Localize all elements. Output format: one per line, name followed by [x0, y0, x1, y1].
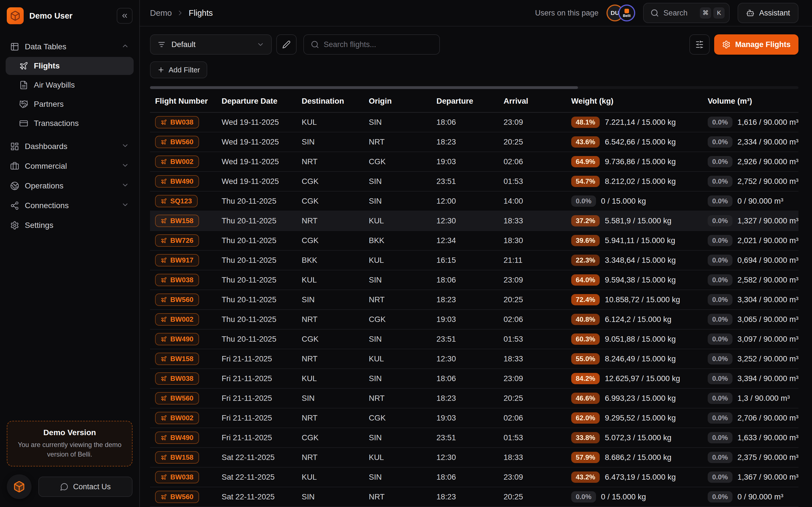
flight-number-badge[interactable]: BW490: [155, 432, 199, 444]
weight-value: 9.295,52 / 15.000 kg: [605, 413, 676, 422]
flight-number-badge[interactable]: BW158: [155, 451, 199, 464]
flight-number-badge[interactable]: BW038: [155, 471, 199, 483]
flight-number-badge[interactable]: BW158: [155, 215, 199, 227]
table-row[interactable]: BW726 Thu 20-11-2025 CGK BKK 12:34 18:30…: [150, 231, 799, 251]
flight-number-badge[interactable]: BW726: [155, 234, 199, 247]
volume-percent-badge: 0.0%: [708, 393, 732, 404]
column-header[interactable]: Volume (m³): [703, 97, 799, 106]
flight-number-badge[interactable]: BW002: [155, 412, 199, 424]
weight-value: 6.542,66 / 15.000 kg: [605, 137, 676, 147]
plane-icon: [161, 316, 167, 323]
flight-number: BW490: [170, 434, 193, 442]
sidebar-section-data-tables[interactable]: Data Tables: [6, 37, 134, 56]
flight-number-badge[interactable]: SQ123: [155, 195, 198, 207]
table-row[interactable]: BW038 Wed 19-11-2025 KUL SIN 18:06 23:09…: [150, 113, 799, 132]
flight-number-badge[interactable]: BW038: [155, 116, 199, 128]
horizontal-scrollbar[interactable]: [150, 86, 799, 89]
flight-number-badge[interactable]: BW917: [155, 254, 199, 267]
table-row[interactable]: BW490 Thu 20-11-2025 CGK SIN 23:51 01:53…: [150, 330, 799, 349]
flight-number-badge[interactable]: BW560: [155, 392, 199, 404]
app-logo-icon: [7, 7, 24, 24]
table-row[interactable]: BW002 Thu 20-11-2025 NRT CGK 19:03 02:06…: [150, 310, 799, 330]
flight-number-badge[interactable]: BW002: [155, 156, 199, 168]
table-settings-button[interactable]: [689, 34, 710, 55]
sidebar-item-flights[interactable]: Flights: [6, 57, 134, 75]
table-row[interactable]: BW560 Thu 20-11-2025 SIN NRT 18:23 20:25…: [150, 290, 799, 310]
volume-value: 0 / 90.000 m³: [738, 492, 783, 501]
plane-icon: [161, 297, 167, 303]
table-row[interactable]: BW158 Fri 21-11-2025 NRT KUL 12:30 18:33…: [150, 349, 799, 369]
arrival-time-cell: 18:33: [499, 354, 566, 363]
plane-icon: [161, 376, 167, 382]
origin-cell: SIN: [364, 196, 432, 206]
table-row[interactable]: BW917 Thu 20-11-2025 BKK KUL 16:15 21:11…: [150, 251, 799, 270]
table-row[interactable]: SQ123 Thu 20-11-2025 CGK SIN 12:00 14:00…: [150, 191, 799, 211]
weight-percent-badge: 0.0%: [571, 491, 596, 503]
contact-us-button[interactable]: Contact Us: [38, 476, 133, 497]
table-row[interactable]: BW038 Sat 22-11-2025 KUL SIN 18:06 23:09…: [150, 467, 799, 487]
flight-number-badge[interactable]: BW560: [155, 136, 199, 148]
flight-number-badge[interactable]: BW002: [155, 313, 199, 326]
column-header[interactable]: Flight Number: [150, 97, 216, 106]
table-row[interactable]: BW158 Thu 20-11-2025 NRT KUL 12:30 18:33…: [150, 211, 799, 231]
weight-percent-badge: 64.9%: [571, 156, 600, 167]
flight-number-badge[interactable]: BW038: [155, 274, 199, 286]
departure-time-cell: 16:15: [432, 256, 499, 265]
flight-number-badge[interactable]: BW490: [155, 175, 199, 187]
departure-date-cell: Fri 21-11-2025: [216, 394, 297, 403]
flights-search-field[interactable]: [303, 34, 440, 55]
horizontal-scrollbar-thumb[interactable]: [150, 86, 578, 89]
flight-number-badge[interactable]: BW560: [155, 293, 199, 306]
add-filter-button[interactable]: Add Filter: [150, 61, 207, 78]
sidebar-item-transactions[interactable]: Transactions: [6, 114, 134, 132]
manage-flights-button[interactable]: Manage Flights: [714, 34, 799, 55]
departure-date-cell: Wed 19-11-2025: [216, 118, 297, 127]
table-row[interactable]: BW560 Wed 19-11-2025 SIN NRT 18:23 20:25…: [150, 132, 799, 152]
origin-cell: KUL: [364, 453, 432, 462]
sidebar-item-air-waybills[interactable]: Air Waybills: [6, 76, 134, 94]
column-header[interactable]: Departure: [432, 97, 499, 106]
departure-time-cell: 12:30: [432, 354, 499, 363]
belli-widget-button[interactable]: [7, 474, 32, 499]
table-row[interactable]: BW490 Wed 19-11-2025 CGK SIN 23:51 01:53…: [150, 172, 799, 191]
table-row[interactable]: BW560 Sat 22-11-2025 SIN NRT 18:23 20:25…: [150, 487, 799, 507]
departure-date-cell: Fri 21-11-2025: [216, 354, 297, 363]
table-row[interactable]: BW002 Wed 19-11-2025 NRT CGK 19:03 02:06…: [150, 152, 799, 172]
global-search-button[interactable]: Search ⌘ K: [643, 3, 730, 23]
breadcrumb-root[interactable]: Demo: [150, 8, 172, 18]
column-header[interactable]: Weight (kg): [566, 97, 703, 106]
flight-number-badge[interactable]: BW490: [155, 333, 199, 345]
sidebar-section-settings[interactable]: Settings: [6, 216, 134, 235]
edit-view-button[interactable]: [276, 34, 297, 55]
flight-number-badge[interactable]: BW560: [155, 491, 199, 503]
destination-cell: CGK: [297, 177, 364, 186]
flight-number: BW038: [170, 276, 193, 284]
sidebar-section-commercial[interactable]: Commercial: [6, 157, 134, 176]
assistant-button[interactable]: Assistant: [738, 3, 799, 23]
sidebar-collapse-button[interactable]: [117, 8, 133, 24]
table-row[interactable]: BW038 Fri 21-11-2025 KUL SIN 18:06 23:09…: [150, 369, 799, 389]
departure-date-cell: Thu 20-11-2025: [216, 256, 297, 265]
table-row[interactable]: BW560 Fri 21-11-2025 SIN NRT 18:23 20:25…: [150, 389, 799, 408]
column-header[interactable]: Origin: [364, 97, 432, 106]
sidebar-section-dashboards[interactable]: Dashboards: [6, 137, 134, 156]
table-row[interactable]: BW038 Thu 20-11-2025 KUL SIN 18:06 23:09…: [150, 270, 799, 290]
table-row[interactable]: BW002 Fri 21-11-2025 NRT CGK 19:03 02:06…: [150, 408, 799, 428]
table-row[interactable]: BW490 Fri 21-11-2025 CGK SIN 23:51 01:53…: [150, 428, 799, 448]
flight-number-badge[interactable]: BW038: [155, 372, 199, 385]
departure-date-cell: Wed 19-11-2025: [216, 157, 297, 166]
avatar-belli[interactable]: Belli: [618, 4, 635, 21]
weight-cell: 84.2% 12.625,97 / 15.000 kg: [566, 373, 703, 384]
weight-cell: 22.3% 3.348,64 / 15.000 kg: [566, 255, 703, 266]
column-header[interactable]: Departure Date: [216, 97, 297, 106]
demo-version-body: You are currently viewing the demo versi…: [14, 440, 125, 459]
sidebar-section-operations[interactable]: Operations: [6, 176, 134, 195]
column-header[interactable]: Arrival: [499, 97, 566, 106]
sidebar-item-partners[interactable]: Partners: [6, 95, 134, 113]
column-header[interactable]: Destination: [297, 97, 364, 106]
flights-search-input[interactable]: [324, 40, 433, 49]
view-selector[interactable]: Default: [150, 34, 272, 55]
sidebar-section-connections[interactable]: Connections: [6, 196, 134, 215]
table-row[interactable]: BW158 Sat 22-11-2025 NRT KUL 12:30 18:33…: [150, 448, 799, 467]
flight-number-badge[interactable]: BW158: [155, 353, 199, 365]
